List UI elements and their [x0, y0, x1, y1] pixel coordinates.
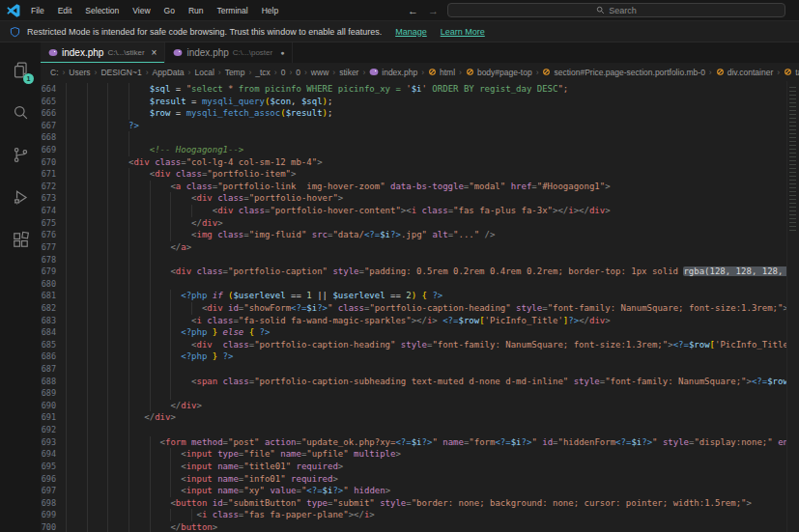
code-text: <div class="col-lg-4 col-sm-12 mb-4">: [128, 156, 323, 169]
breadcrumb-label: html: [440, 68, 455, 77]
code-line: 669<!-- Hoogagong1-->: [41, 144, 799, 156]
breadcrumb-item[interactable]: Temp: [225, 68, 245, 77]
activity-run-debug-button[interactable]: [0, 176, 41, 218]
line-number: 700: [41, 521, 66, 532]
code-line: 678: [41, 254, 799, 266]
menu-edit[interactable]: Edit: [51, 0, 79, 21]
breadcrumb-item[interactable]: body#page-top: [466, 68, 532, 77]
breadcrumb-item[interactable]: Users: [69, 68, 90, 77]
breadcrumb: C:›Users›DESIGN~1›AppData›Local›Temp›_tc…: [41, 63, 799, 81]
menu-terminal[interactable]: Terminal: [211, 0, 255, 21]
breadcrumb-item[interactable]: www: [311, 68, 328, 77]
close-tab-icon[interactable]: ×: [152, 47, 157, 58]
tab-file-name: index.php: [62, 47, 103, 58]
php-file-icon: [369, 68, 379, 76]
minimap[interactable]: [786, 81, 799, 532]
code-line: 668: [41, 131, 799, 144]
code-line: 690</div>: [41, 400, 799, 412]
symbol-icon: [466, 68, 474, 76]
breadcrumb-item[interactable]: DESIGN~1: [100, 68, 141, 77]
breadcrumb-label: www: [311, 68, 328, 77]
code-line: 696<input name="info01" required>: [41, 473, 799, 486]
code-line: 667?>: [41, 120, 799, 132]
menu-bar: FileEditSelectionViewGoRunTerminalHelp: [24, 0, 285, 21]
breadcrumb-item[interactable]: stiker: [339, 68, 358, 77]
activity-source-control-button[interactable]: [0, 133, 41, 176]
activity-extensions-button[interactable]: [0, 218, 41, 261]
code-line: 688<span class="portfolio-caption-subhea…: [41, 376, 799, 388]
indent-guides: [66, 241, 170, 254]
breadcrumb-item[interactable]: Local: [194, 68, 214, 77]
breadcrumb-item[interactable]: index.php: [369, 68, 417, 77]
code-line: 686<?php } ?>: [41, 350, 799, 363]
breadcrumb-label: ta: [795, 68, 799, 77]
git-branch-icon: [12, 146, 30, 164]
code-text: <div class="portfolio-caption-heading" s…: [191, 339, 799, 351]
indent-guides: [66, 266, 170, 278]
indent-guides: [66, 387, 191, 400]
breadcrumb-item[interactable]: AppData: [153, 68, 185, 77]
code-text: <input name="info01" required>: [181, 473, 338, 486]
breadcrumb-separator: ›: [289, 68, 292, 77]
indent-guides: [66, 473, 181, 486]
editor-tab-1[interactable]: index.phpC:\...\poster●: [165, 42, 293, 63]
line-number: 687: [41, 363, 66, 376]
breadcrumb-item[interactable]: div.container: [716, 68, 774, 77]
breadcrumb-item[interactable]: html: [428, 68, 455, 77]
code-text: <a class="portfolio-link img-hover-zoom"…: [170, 181, 610, 193]
window-titlebar: FileEditSelectionViewGoRunTerminalHelp ←…: [0, 0, 799, 21]
line-number: 664: [41, 83, 66, 96]
breadcrumb-item[interactable]: C:: [50, 68, 59, 77]
code-text: </button>: [170, 521, 217, 532]
history-back-button[interactable]: ←: [403, 5, 423, 16]
line-number: 675: [41, 217, 66, 230]
code-line: 674<div class="portfolio-hover-content">…: [41, 205, 799, 217]
code-line: 699<i class="fas fa-paper-plane"></i>: [41, 509, 799, 521]
code-text: $sql = "select * from picinfo WHERE pici…: [150, 83, 569, 96]
menu-view[interactable]: View: [126, 0, 157, 21]
breadcrumb-item[interactable]: 0: [281, 68, 286, 77]
code-line: 700</button>: [41, 521, 799, 532]
breadcrumb-item[interactable]: section#Price.page-section.portfolio.mb-…: [542, 68, 704, 77]
code-line: 684<?php } else { ?>: [41, 326, 799, 339]
editor-tab-0[interactable]: index.phpC:\...\stiker×: [41, 42, 165, 63]
line-number: 684: [41, 326, 66, 339]
learn-more-link[interactable]: Learn More: [441, 27, 485, 37]
menu-run[interactable]: Run: [182, 0, 211, 21]
modified-dot-icon[interactable]: ●: [280, 49, 284, 56]
code-text: <?php } else { ?>: [181, 326, 270, 339]
menu-help[interactable]: Help: [255, 0, 285, 21]
breadcrumb-separator: ›: [248, 68, 251, 77]
vscode-logo-icon: [7, 4, 20, 17]
run-debug-icon: [12, 188, 30, 207]
code-editor[interactable]: 664$sql = "select * from picinfo WHERE p…: [41, 81, 799, 532]
tab-file-path: C:\...\poster: [233, 48, 272, 57]
manage-link[interactable]: Manage: [395, 27, 427, 37]
breadcrumb-separator: ›: [95, 68, 98, 77]
indent-guides: [66, 144, 150, 156]
global-search-box[interactable]: Search: [447, 3, 785, 17]
breadcrumb-item[interactable]: _tcx: [255, 68, 271, 77]
line-number: 682: [41, 302, 66, 315]
menu-selection[interactable]: Selection: [78, 0, 126, 21]
code-text: <i class="fas fa-paper-plane"></i>: [197, 509, 375, 521]
code-text: <?php if ($userlevel == 1 || $userlevel …: [181, 290, 442, 302]
activity-search-button[interactable]: [0, 91, 41, 133]
breadcrumb-separator: ›: [274, 68, 277, 77]
line-number: 688: [41, 376, 66, 388]
breadcrumb-item[interactable]: 0: [296, 68, 300, 77]
minimap-marks: [789, 87, 796, 232]
line-number: 674: [41, 205, 66, 217]
activity-explorer-button[interactable]: 1: [0, 48, 41, 91]
symbol-icon: [428, 68, 437, 76]
code-line: 664$sql = "select * from picinfo WHERE p…: [41, 83, 799, 96]
line-number: 695: [41, 461, 66, 473]
menu-file[interactable]: File: [24, 0, 51, 21]
breadcrumb-item[interactable]: ta: [784, 68, 799, 77]
history-forward-button[interactable]: →: [423, 5, 443, 16]
code-line: 683<i class="fa-solid fa-wand-magic-spar…: [41, 315, 799, 327]
line-number: 676: [41, 229, 66, 241]
menu-go[interactable]: Go: [157, 0, 182, 21]
search-icon: [12, 103, 30, 122]
breadcrumb-separator: ›: [536, 68, 539, 77]
